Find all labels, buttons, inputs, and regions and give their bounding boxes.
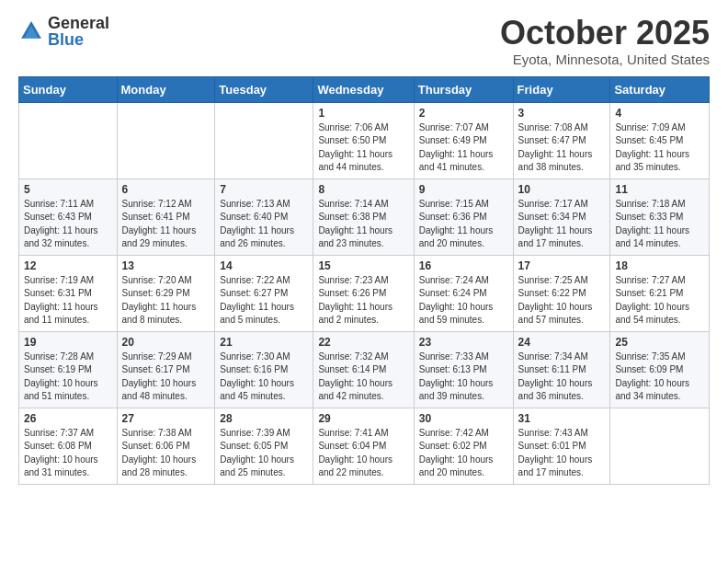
day-number: 4 bbox=[615, 107, 704, 120]
title-month: October 2025 bbox=[500, 15, 710, 52]
day-number: 7 bbox=[220, 183, 308, 196]
calendar-cell: 18Sunrise: 7:27 AM Sunset: 6:21 PM Dayli… bbox=[610, 255, 710, 331]
day-number: 25 bbox=[615, 336, 704, 349]
day-number: 23 bbox=[419, 336, 508, 349]
calendar-cell: 31Sunrise: 7:43 AM Sunset: 6:01 PM Dayli… bbox=[513, 408, 610, 484]
day-number: 10 bbox=[518, 183, 606, 196]
calendar-cell: 5Sunrise: 7:11 AM Sunset: 6:43 PM Daylig… bbox=[19, 178, 118, 255]
calendar-cell: 30Sunrise: 7:42 AM Sunset: 6:02 PM Dayli… bbox=[414, 408, 513, 484]
calendar-cell: 11Sunrise: 7:18 AM Sunset: 6:33 PM Dayli… bbox=[610, 178, 710, 255]
calendar-cell: 8Sunrise: 7:14 AM Sunset: 6:38 PM Daylig… bbox=[313, 178, 414, 255]
day-info: Sunrise: 7:22 AM Sunset: 6:27 PM Dayligh… bbox=[220, 274, 308, 327]
day-number: 13 bbox=[122, 259, 210, 272]
calendar-cell bbox=[117, 102, 215, 178]
header-sunday: Sunday bbox=[19, 76, 118, 102]
calendar-week-5: 26Sunrise: 7:37 AM Sunset: 6:08 PM Dayli… bbox=[19, 408, 710, 484]
day-info: Sunrise: 7:19 AM Sunset: 6:31 PM Dayligh… bbox=[24, 274, 112, 327]
calendar-cell: 15Sunrise: 7:23 AM Sunset: 6:26 PM Dayli… bbox=[313, 255, 414, 331]
header-tuesday: Tuesday bbox=[215, 76, 313, 102]
day-info: Sunrise: 7:43 AM Sunset: 6:01 PM Dayligh… bbox=[518, 427, 606, 480]
calendar-cell: 23Sunrise: 7:33 AM Sunset: 6:13 PM Dayli… bbox=[414, 331, 513, 408]
day-info: Sunrise: 7:20 AM Sunset: 6:29 PM Dayligh… bbox=[122, 274, 210, 327]
day-info: Sunrise: 7:29 AM Sunset: 6:17 PM Dayligh… bbox=[122, 350, 210, 404]
day-info: Sunrise: 7:42 AM Sunset: 6:02 PM Dayligh… bbox=[419, 427, 508, 480]
calendar-cell bbox=[19, 102, 118, 178]
header-saturday: Saturday bbox=[610, 76, 710, 102]
day-number: 17 bbox=[518, 259, 606, 272]
calendar-cell: 12Sunrise: 7:19 AM Sunset: 6:31 PM Dayli… bbox=[19, 255, 118, 331]
calendar-cell: 28Sunrise: 7:39 AM Sunset: 6:05 PM Dayli… bbox=[215, 408, 313, 484]
calendar-cell bbox=[610, 408, 710, 484]
header-wednesday: Wednesday bbox=[313, 76, 414, 102]
calendar-cell: 29Sunrise: 7:41 AM Sunset: 6:04 PM Dayli… bbox=[313, 408, 414, 484]
calendar-cell: 17Sunrise: 7:25 AM Sunset: 6:22 PM Dayli… bbox=[513, 255, 610, 331]
day-info: Sunrise: 7:33 AM Sunset: 6:13 PM Dayligh… bbox=[419, 350, 508, 404]
day-info: Sunrise: 7:38 AM Sunset: 6:06 PM Dayligh… bbox=[122, 427, 210, 480]
calendar-cell: 20Sunrise: 7:29 AM Sunset: 6:17 PM Dayli… bbox=[117, 331, 215, 408]
day-number: 24 bbox=[518, 336, 606, 349]
day-number: 29 bbox=[318, 412, 408, 425]
calendar-week-4: 19Sunrise: 7:28 AM Sunset: 6:19 PM Dayli… bbox=[19, 331, 710, 408]
day-info: Sunrise: 7:17 AM Sunset: 6:34 PM Dayligh… bbox=[518, 198, 606, 251]
day-info: Sunrise: 7:34 AM Sunset: 6:11 PM Dayligh… bbox=[518, 350, 606, 404]
day-info: Sunrise: 7:28 AM Sunset: 6:19 PM Dayligh… bbox=[24, 350, 112, 404]
day-number: 15 bbox=[318, 259, 408, 272]
logo: General Blue bbox=[18, 15, 109, 48]
logo-text: General Blue bbox=[48, 15, 109, 48]
page: General Blue October 2025 Eyota, Minneso… bbox=[0, 0, 728, 563]
calendar-cell: 3Sunrise: 7:08 AM Sunset: 6:47 PM Daylig… bbox=[513, 102, 610, 178]
title-location: Eyota, Minnesota, United States bbox=[500, 52, 710, 67]
calendar-cell: 16Sunrise: 7:24 AM Sunset: 6:24 PM Dayli… bbox=[414, 255, 513, 331]
calendar-cell: 26Sunrise: 7:37 AM Sunset: 6:08 PM Dayli… bbox=[19, 408, 118, 484]
calendar-cell: 25Sunrise: 7:35 AM Sunset: 6:09 PM Dayli… bbox=[610, 331, 710, 408]
day-info: Sunrise: 7:15 AM Sunset: 6:36 PM Dayligh… bbox=[419, 198, 508, 251]
calendar-cell: 7Sunrise: 7:13 AM Sunset: 6:40 PM Daylig… bbox=[215, 178, 313, 255]
day-info: Sunrise: 7:41 AM Sunset: 6:04 PM Dayligh… bbox=[318, 427, 408, 480]
calendar-week-3: 12Sunrise: 7:19 AM Sunset: 6:31 PM Dayli… bbox=[19, 255, 710, 331]
logo-blue-text: Blue bbox=[48, 31, 109, 48]
day-number: 27 bbox=[122, 412, 210, 425]
calendar-cell: 10Sunrise: 7:17 AM Sunset: 6:34 PM Dayli… bbox=[513, 178, 610, 255]
day-number: 16 bbox=[419, 259, 508, 272]
calendar-week-2: 5Sunrise: 7:11 AM Sunset: 6:43 PM Daylig… bbox=[19, 178, 710, 255]
day-number: 8 bbox=[318, 183, 408, 196]
day-info: Sunrise: 7:32 AM Sunset: 6:14 PM Dayligh… bbox=[318, 350, 408, 404]
calendar-cell: 13Sunrise: 7:20 AM Sunset: 6:29 PM Dayli… bbox=[117, 255, 215, 331]
day-info: Sunrise: 7:12 AM Sunset: 6:41 PM Dayligh… bbox=[122, 198, 210, 251]
calendar-cell: 14Sunrise: 7:22 AM Sunset: 6:27 PM Dayli… bbox=[215, 255, 313, 331]
day-info: Sunrise: 7:23 AM Sunset: 6:26 PM Dayligh… bbox=[318, 274, 408, 327]
day-info: Sunrise: 7:07 AM Sunset: 6:49 PM Dayligh… bbox=[419, 121, 508, 175]
day-number: 21 bbox=[220, 336, 308, 349]
day-info: Sunrise: 7:24 AM Sunset: 6:24 PM Dayligh… bbox=[419, 274, 508, 327]
calendar-header-row: Sunday Monday Tuesday Wednesday Thursday… bbox=[19, 76, 710, 102]
header-thursday: Thursday bbox=[414, 76, 513, 102]
day-number: 14 bbox=[220, 259, 308, 272]
calendar-cell: 1Sunrise: 7:06 AM Sunset: 6:50 PM Daylig… bbox=[313, 102, 414, 178]
day-number: 3 bbox=[518, 107, 606, 120]
calendar-cell: 27Sunrise: 7:38 AM Sunset: 6:06 PM Dayli… bbox=[117, 408, 215, 484]
calendar-cell: 2Sunrise: 7:07 AM Sunset: 6:49 PM Daylig… bbox=[414, 102, 513, 178]
logo-general-text: General bbox=[48, 15, 109, 31]
day-number: 12 bbox=[24, 259, 112, 272]
day-number: 18 bbox=[615, 259, 704, 272]
day-number: 1 bbox=[318, 107, 408, 120]
calendar-cell: 9Sunrise: 7:15 AM Sunset: 6:36 PM Daylig… bbox=[414, 178, 513, 255]
day-number: 6 bbox=[122, 183, 210, 196]
logo-icon bbox=[18, 18, 44, 44]
day-number: 2 bbox=[419, 107, 508, 120]
calendar-cell bbox=[215, 102, 313, 178]
calendar-cell: 19Sunrise: 7:28 AM Sunset: 6:19 PM Dayli… bbox=[19, 331, 118, 408]
calendar-table: Sunday Monday Tuesday Wednesday Thursday… bbox=[18, 76, 710, 485]
calendar-week-1: 1Sunrise: 7:06 AM Sunset: 6:50 PM Daylig… bbox=[19, 102, 710, 178]
day-info: Sunrise: 7:11 AM Sunset: 6:43 PM Dayligh… bbox=[24, 198, 112, 251]
day-number: 26 bbox=[24, 412, 112, 425]
day-number: 9 bbox=[419, 183, 508, 196]
day-info: Sunrise: 7:25 AM Sunset: 6:22 PM Dayligh… bbox=[518, 274, 606, 327]
day-info: Sunrise: 7:35 AM Sunset: 6:09 PM Dayligh… bbox=[615, 350, 704, 404]
day-info: Sunrise: 7:27 AM Sunset: 6:21 PM Dayligh… bbox=[615, 274, 704, 327]
day-info: Sunrise: 7:18 AM Sunset: 6:33 PM Dayligh… bbox=[615, 198, 704, 251]
day-number: 5 bbox=[24, 183, 112, 196]
calendar-cell: 21Sunrise: 7:30 AM Sunset: 6:16 PM Dayli… bbox=[215, 331, 313, 408]
day-info: Sunrise: 7:39 AM Sunset: 6:05 PM Dayligh… bbox=[220, 427, 308, 480]
title-block: October 2025 Eyota, Minnesota, United St… bbox=[500, 15, 710, 67]
